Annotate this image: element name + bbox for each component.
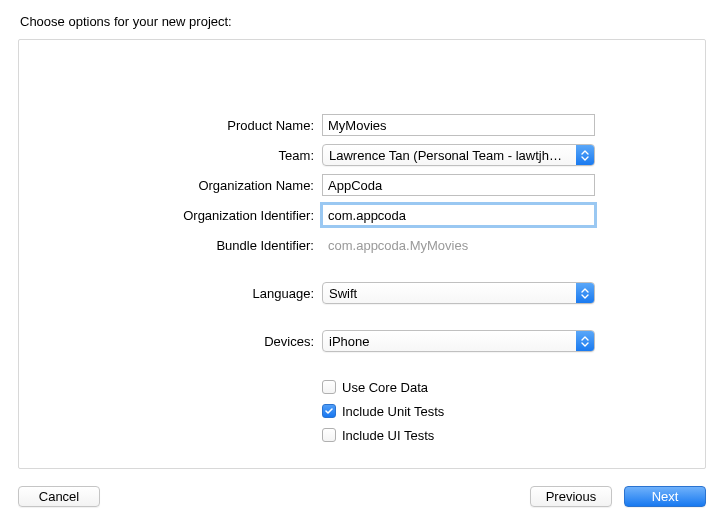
devices-select[interactable]: iPhone <box>322 330 595 352</box>
include-unit-tests-checkbox[interactable] <box>322 404 336 418</box>
org-name-input[interactable] <box>322 174 595 196</box>
team-select[interactable]: Lawrence Tan (Personal Team - lawtjh@g..… <box>322 144 595 166</box>
use-core-data-label: Use Core Data <box>342 380 428 395</box>
dialog-header: Choose options for your new project: <box>0 0 724 39</box>
org-identifier-label: Organization Identifier: <box>19 208 322 223</box>
devices-select-value: iPhone <box>323 334 576 349</box>
updown-arrows-icon <box>576 331 594 351</box>
product-name-label: Product Name: <box>19 118 322 133</box>
updown-arrows-icon <box>576 283 594 303</box>
use-core-data-checkbox[interactable] <box>322 380 336 394</box>
bundle-identifier-value: com.appcoda.MyMovies <box>322 238 595 253</box>
updown-arrows-icon <box>576 145 594 165</box>
previous-button[interactable]: Previous <box>530 486 612 507</box>
bundle-identifier-label: Bundle Identifier: <box>19 238 322 253</box>
language-select-value: Swift <box>323 286 576 301</box>
team-select-value: Lawrence Tan (Personal Team - lawtjh@g..… <box>323 148 576 163</box>
next-button[interactable]: Next <box>624 486 706 507</box>
dialog-footer: Cancel Previous Next <box>18 486 706 507</box>
dialog-title: Choose options for your new project: <box>20 14 232 29</box>
product-name-input[interactable] <box>322 114 595 136</box>
include-ui-tests-checkbox[interactable] <box>322 428 336 442</box>
cancel-button[interactable]: Cancel <box>18 486 100 507</box>
org-name-label: Organization Name: <box>19 178 322 193</box>
include-unit-tests-label: Include Unit Tests <box>342 404 444 419</box>
include-ui-tests-label: Include UI Tests <box>342 428 434 443</box>
language-label: Language: <box>19 286 322 301</box>
org-identifier-input[interactable] <box>322 204 595 226</box>
language-select[interactable]: Swift <box>322 282 595 304</box>
team-label: Team: <box>19 148 322 163</box>
options-panel: Product Name: Team: Lawrence Tan (Person… <box>18 39 706 469</box>
devices-label: Devices: <box>19 334 322 349</box>
